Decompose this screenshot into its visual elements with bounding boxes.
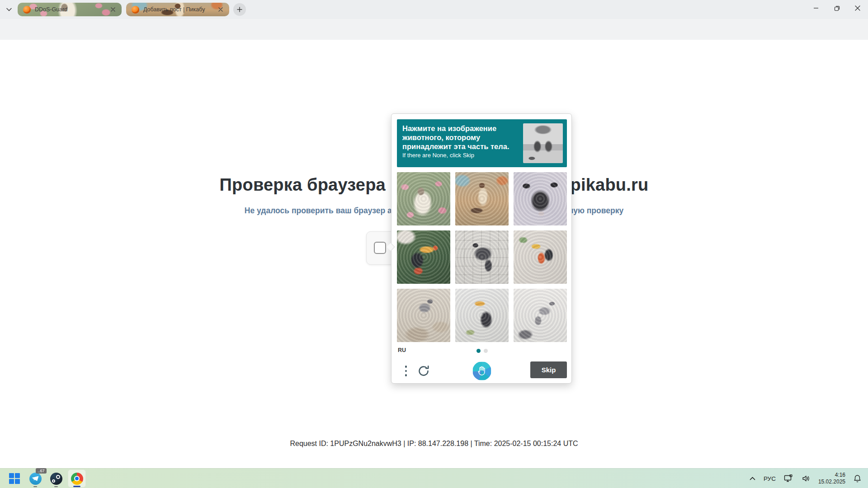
tray-date: 15.02.2025 bbox=[818, 479, 845, 485]
captcha-reference-image bbox=[523, 123, 563, 163]
captcha-controls: Skip bbox=[392, 358, 572, 384]
ddos-guard-favicon-icon bbox=[132, 6, 139, 14]
running-indicator bbox=[54, 486, 58, 488]
request-info-line: Request ID: 1PUPzGNu2nakvwH3 | IP: 88.14… bbox=[0, 440, 868, 448]
hcaptcha-logo-icon[interactable] bbox=[472, 361, 491, 380]
tab-title: DDoS-Guard bbox=[35, 6, 109, 13]
pagination-dot bbox=[484, 349, 488, 353]
captcha-refresh-icon[interactable] bbox=[416, 363, 431, 379]
captcha-hint: If there are None, click Skip bbox=[402, 152, 519, 159]
active-running-indicator bbox=[73, 486, 80, 487]
skip-button[interactable]: Skip bbox=[530, 361, 567, 378]
captcha-pagination bbox=[392, 349, 572, 353]
tray-clock[interactable]: 4:16 15.02.2025 bbox=[815, 472, 849, 485]
tray-network-icon[interactable] bbox=[781, 470, 797, 487]
tab-ddos-guard[interactable]: DDoS-Guard bbox=[18, 3, 122, 16]
tray-volume-icon[interactable] bbox=[799, 470, 813, 487]
captcha-tile-cat-leaping[interactable] bbox=[514, 289, 567, 342]
close-window-button[interactable] bbox=[847, 0, 868, 16]
minimize-button[interactable] bbox=[806, 0, 826, 16]
windows-logo-icon bbox=[9, 473, 20, 484]
start-button[interactable] bbox=[5, 469, 24, 488]
taskbar-chrome-active[interactable] bbox=[68, 469, 86, 488]
tab-pikabu-active[interactable]: Добавить пост | Пикабу bbox=[126, 3, 229, 16]
tray-notification-bell-icon[interactable] bbox=[850, 470, 864, 487]
captcha-image-grid bbox=[397, 172, 567, 342]
browser-toolbar: pikabu.ru/search?q=релоканты&st=3 ABP T bbox=[0, 19, 868, 40]
window-controls bbox=[806, 0, 868, 16]
tab-close-icon[interactable] bbox=[217, 5, 225, 14]
captcha-tile-cat-street[interactable] bbox=[455, 172, 509, 225]
pagination-dot-active bbox=[476, 349, 481, 353]
tab-close-icon[interactable] bbox=[109, 5, 117, 14]
tray-time: 4:16 bbox=[818, 472, 845, 479]
tab-strip: DDoS-Guard Добавить пост | Пикабу bbox=[0, 0, 868, 19]
tray-chevron-up-icon[interactable] bbox=[746, 470, 759, 487]
captcha-popup: Нажмите на изображение животного, которо… bbox=[391, 113, 572, 384]
captcha-header: Нажмите на изображение животного, которо… bbox=[397, 119, 567, 167]
steam-icon bbox=[50, 473, 62, 485]
telegram-badge: ..67 bbox=[36, 468, 47, 474]
windows-taskbar: ..67 РУС 4:16 15.02.2025 bbox=[0, 468, 868, 488]
telegram-icon bbox=[29, 473, 42, 485]
taskbar-telegram[interactable]: ..67 bbox=[26, 469, 44, 488]
chrome-icon bbox=[71, 473, 83, 485]
captcha-menu-kebab-icon[interactable] bbox=[401, 363, 411, 379]
captcha-tile-calf-flowers[interactable] bbox=[397, 172, 450, 225]
captcha-tile-cow-head[interactable] bbox=[514, 172, 567, 225]
captcha-tile-toucan-red[interactable] bbox=[514, 230, 567, 284]
captcha-checkbox[interactable] bbox=[374, 242, 386, 254]
tab-title: Добавить пост | Пикабу bbox=[143, 6, 217, 13]
tray-language-indicator[interactable]: РУС bbox=[760, 470, 779, 487]
restore-button[interactable] bbox=[826, 0, 847, 16]
captcha-tile-kitten-rocks[interactable] bbox=[397, 289, 450, 342]
captcha-tile-toucan-flying[interactable] bbox=[455, 289, 509, 342]
captcha-tile-toucan-branch[interactable] bbox=[397, 230, 450, 284]
ddos-guard-check-page: Проверка браузера перед переходом на pik… bbox=[0, 40, 868, 468]
running-indicator bbox=[33, 486, 37, 488]
tab-search-chevron-icon[interactable] bbox=[4, 5, 14, 14]
captcha-instruction: Нажмите на изображение животного, которо… bbox=[402, 124, 519, 151]
taskbar-steam[interactable] bbox=[47, 469, 65, 488]
captcha-tile-cow-pattern[interactable] bbox=[455, 230, 509, 284]
ddos-guard-favicon-icon bbox=[23, 6, 31, 14]
new-tab-button[interactable] bbox=[233, 3, 246, 16]
